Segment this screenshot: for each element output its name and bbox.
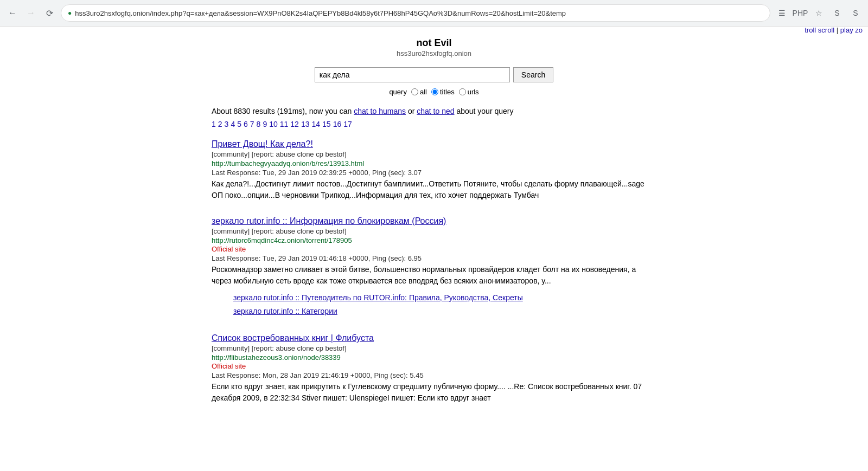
browser-actions: ☰ PHP ☆ S S [775,6,863,20]
browser-toolbar: ← → ⟳ ● hss3uro2hsxfogfq.onion/index.php… [0,0,868,26]
page-link-5[interactable]: 5 [237,120,241,128]
page-content: not Evil hss3uro2hsxfogfq.onion Search q… [201,27,667,430]
back-button[interactable]: ← [5,6,20,20]
result-url: http://tumbachegvyaadyq.onion/b/res/1391… [212,159,656,167]
page-link-9[interactable]: 9 [263,120,267,128]
forward-button[interactable]: → [24,6,38,20]
result-url: http://rutorc6mqdinc4cz.onion/torrent/17… [212,236,656,244]
search-form: Search [212,67,656,82]
result-item: Привет Двощ! Как дела?![community] [repo… [212,139,656,201]
page-link-8[interactable]: 8 [257,120,261,128]
result-item: Список востребованных книг | Флибуста[co… [212,333,656,404]
result-url: http://flibustahezeous3.onion/node/38339 [212,353,656,362]
result-title-link[interactable]: Привет Двощ! Как дела?! [212,139,313,149]
page-link-7[interactable]: 7 [250,120,254,128]
separator: | [837,26,838,34]
result-meta: [community] [report: abuse clone cp best… [212,150,656,158]
results-container: Привет Двощ! Как дела?![community] [repo… [212,139,656,404]
result-meta: [community] [report: abuse clone cp best… [212,344,656,352]
result-item: зеркало rutor.info :: Информация по блок… [212,216,656,318]
result-snippet: Если кто вдруг знает, как прикрутить к Г… [212,381,656,404]
page-link-2[interactable]: 2 [218,120,222,128]
page-link-10[interactable]: 10 [269,120,278,128]
sub-result-link[interactable]: зеркало rutor.info :: Категории [233,305,656,318]
titles-radio[interactable] [431,88,438,95]
page-link-1[interactable]: 1 [212,120,216,128]
page-link-6[interactable]: 6 [244,120,248,128]
all-radio[interactable] [411,88,418,95]
result-snippet: Как дела?!...Достигнут лимит постов...До… [212,178,656,201]
result-title-link[interactable]: зеркало rutor.info :: Информация по блок… [212,216,446,225]
reload-button[interactable]: ⟳ [42,6,56,20]
sub-results: зеркало rutor.info :: Путеводитель по RU… [233,291,656,318]
result-ping: Last Response: Tue, 29 Jan 2019 02:39:25… [212,169,656,177]
result-ping: Last Response: Mon, 28 Jan 2019 21:46:19… [212,371,656,379]
page-link-15[interactable]: 15 [322,120,331,128]
result-official-site: Official site [212,362,656,370]
url-text: hss3uro2hsxfogfq.onion/index.php?q=как+д… [75,9,763,17]
page-link-12[interactable]: 12 [290,120,299,128]
urls-radio[interactable] [459,88,466,95]
lock-icon: ● [68,9,72,17]
all-option[interactable]: all [411,88,427,96]
top-right-links: troll scroll | play zo [805,26,863,34]
browser-chrome: ← → ⟳ ● hss3uro2hsxfogfq.onion/index.php… [0,0,868,27]
result-title-link[interactable]: Список востребованных книг | Флибуста [212,333,374,343]
result-snippet: Роскомнадзор заметно сливает в этой битв… [212,264,656,287]
troll-scroll-link[interactable]: troll scroll [805,26,834,34]
search-button[interactable]: Search [513,67,553,82]
page-link-14[interactable]: 14 [311,120,320,128]
result-ping: Last Response: Tue, 29 Jan 2019 01:46:18… [212,254,656,262]
page-link-3[interactable]: 3 [225,120,229,128]
sync-button[interactable]: S [848,6,863,20]
page-link-13[interactable]: 13 [301,120,310,128]
chat-to-ned-link[interactable]: chat to ned [417,107,454,115]
chat-to-humans-link[interactable]: chat to humans [354,107,406,115]
search-options: query all titles urls [212,88,656,96]
play-zo-link[interactable]: play zo [840,26,863,34]
result-meta: [community] [report: abuse clone cp best… [212,227,656,235]
titles-option[interactable]: titles [431,88,455,96]
urls-option[interactable]: urls [459,88,479,96]
results-summary: About 8830 results (191ms), now you can … [212,107,656,115]
pagination: 1234567891011121314151617 [212,120,656,128]
star-button[interactable]: ☆ [812,6,826,20]
site-subtitle: hss3uro2hsxfogfq.onion [397,49,471,57]
site-title: not Evil [212,37,656,49]
bookmarks-button[interactable]: ☰ [775,6,789,20]
result-title: зеркало rutor.info :: Информация по блок… [212,216,656,226]
profile-button[interactable]: S [830,6,844,20]
result-title: Привет Двощ! Как дела?! [212,139,656,149]
page-link-4[interactable]: 4 [231,120,235,128]
result-title: Список востребованных книг | Флибуста [212,333,656,343]
page-link-17[interactable]: 17 [343,120,352,128]
search-input[interactable] [315,67,510,82]
page-link-16[interactable]: 16 [333,120,342,128]
extensions-button[interactable]: PHP [793,6,807,20]
sub-result-link[interactable]: зеркало rutor.info :: Путеводитель по RU… [233,291,656,305]
page-link-11[interactable]: 11 [280,120,289,128]
result-official-site: Official site [212,245,656,253]
site-header: not Evil hss3uro2hsxfogfq.onion [212,37,656,57]
address-bar[interactable]: ● hss3uro2hsxfogfq.onion/index.php?q=как… [61,4,770,22]
query-label: query [389,88,407,96]
